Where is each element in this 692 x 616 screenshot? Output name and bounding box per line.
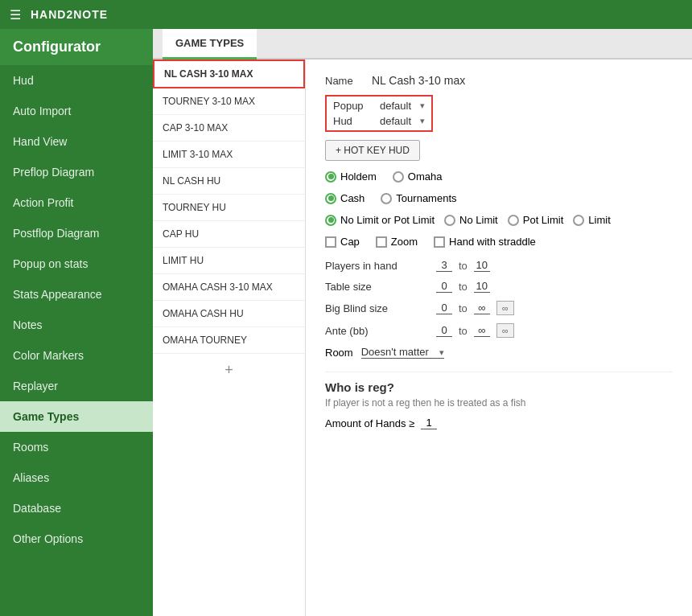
sidebar-item-other-options[interactable]: Other Options bbox=[0, 524, 153, 554]
hand-with-straddle-box bbox=[434, 236, 445, 248]
hud-dropdown-wrap: default bbox=[380, 115, 425, 127]
sidebar-item-replayer[interactable]: Replayer bbox=[0, 371, 153, 401]
popup-dropdown[interactable]: default bbox=[380, 100, 425, 112]
cash-radio[interactable]: Cash bbox=[325, 192, 365, 204]
hud-dropdown[interactable]: default bbox=[380, 115, 425, 127]
hot-key-hud-button[interactable]: + HOT KEY HUD bbox=[325, 140, 420, 161]
big-blind-size-row: Big Blind size 0 to ∞ ∞ bbox=[325, 301, 673, 315]
game-type-radio-group: Holdem Omaha bbox=[325, 170, 673, 183]
game-list-item-omaha-cash-hu[interactable]: OMAHA CASH HU bbox=[153, 301, 305, 327]
game-list-item-limit-hu[interactable]: LIMIT HU bbox=[153, 248, 305, 274]
room-dropdown[interactable]: Doesn't matter bbox=[361, 346, 444, 359]
holdem-radio[interactable]: Holdem bbox=[325, 170, 377, 183]
sidebar-item-game-types[interactable]: Game Types bbox=[0, 401, 153, 432]
no-limit-or-pot-limit-radio[interactable]: No Limit or Pot Limit bbox=[325, 214, 435, 226]
limit-radio[interactable]: Limit bbox=[573, 214, 610, 226]
big-blind-size-from[interactable]: 0 bbox=[436, 302, 452, 314]
sidebar-item-color-markers[interactable]: Color Markers bbox=[0, 340, 153, 371]
game-list-item-tourney-hu[interactable]: TOURNEY HU bbox=[153, 195, 305, 221]
pot-limit-radio[interactable]: Pot Limit bbox=[508, 214, 564, 226]
zoom-label: Zoom bbox=[391, 236, 418, 248]
table-size-to[interactable]: 10 bbox=[474, 280, 490, 293]
big-blind-size-label: Big Blind size bbox=[325, 302, 430, 314]
who-is-reg-subtitle: If player is not a reg then he is treate… bbox=[325, 397, 673, 409]
no-limit-radio[interactable]: No Limit bbox=[444, 214, 498, 226]
sidebar-item-hud[interactable]: Hud bbox=[0, 65, 153, 96]
cash-radio-circle bbox=[325, 193, 336, 204]
pot-limit-label: Pot Limit bbox=[523, 214, 564, 226]
who-is-reg-title: Who is reg? bbox=[325, 380, 673, 394]
game-list-item-omaha-cash-3-10[interactable]: OMAHA CASH 3-10 MAX bbox=[153, 274, 305, 301]
name-label: Name bbox=[325, 75, 365, 87]
game-list-item-nl-cash-hu[interactable]: NL CASH HU bbox=[153, 168, 305, 195]
sidebar-item-aliases[interactable]: Aliases bbox=[0, 462, 153, 493]
amount-hands-row: Amount of Hands ≥ 1 bbox=[325, 417, 673, 429]
sidebar-item-postflop-diagram[interactable]: Postflop Diagram bbox=[0, 218, 153, 248]
popup-hud-box: Popup default Hud default bbox=[325, 95, 433, 132]
omaha-radio[interactable]: Omaha bbox=[393, 170, 443, 183]
omaha-label: Omaha bbox=[408, 170, 443, 183]
game-list-item-cap-hu[interactable]: CAP HU bbox=[153, 221, 305, 248]
room-row: Room Doesn't matter bbox=[325, 346, 673, 359]
zoom-checkbox-box bbox=[376, 236, 387, 248]
add-game-type-button[interactable]: + bbox=[153, 354, 305, 387]
holdem-radio-circle bbox=[325, 171, 336, 183]
sidebar-item-stats-appearance[interactable]: Stats Appearance bbox=[0, 279, 153, 310]
tournaments-label: Tournaments bbox=[396, 192, 456, 204]
players-in-hand-from[interactable]: 3 bbox=[436, 259, 452, 272]
ante-row: Ante (bb) 0 to ∞ ∞ bbox=[325, 323, 673, 338]
cap-checkbox[interactable]: Cap bbox=[325, 236, 360, 248]
tournaments-radio-circle bbox=[381, 193, 392, 204]
game-list-item-cap-3-10[interactable]: CAP 3-10 MAX bbox=[153, 115, 305, 142]
big-blind-infinity-button[interactable]: ∞ bbox=[496, 301, 514, 315]
game-list-item-tourney-3-10[interactable]: TOURNEY 3-10 MAX bbox=[153, 88, 305, 115]
players-in-hand-to-label: to bbox=[459, 260, 468, 272]
hamburger-icon[interactable]: ☰ bbox=[10, 7, 21, 23]
holdem-label: Holdem bbox=[340, 170, 377, 183]
ante-infinity-button[interactable]: ∞ bbox=[496, 323, 514, 338]
zoom-checkbox[interactable]: Zoom bbox=[376, 236, 418, 248]
amount-hands-label: Amount of Hands ≥ bbox=[325, 417, 414, 429]
cap-checkbox-box bbox=[325, 236, 336, 248]
sidebar-item-rooms[interactable]: Rooms bbox=[0, 432, 153, 462]
sidebar-item-database[interactable]: Database bbox=[0, 493, 153, 524]
game-list-item-omaha-tourney[interactable]: OMAHA TOURNEY bbox=[153, 327, 305, 354]
ante-from[interactable]: 0 bbox=[436, 324, 452, 337]
game-list: NL CASH 3-10 MAXTOURNEY 3-10 MAXCAP 3-10… bbox=[153, 60, 306, 616]
tab-bar: GAME TYPES bbox=[153, 29, 692, 60]
name-value: NL Cash 3-10 max bbox=[372, 74, 465, 87]
config-panel: Name NL Cash 3-10 max Popup default bbox=[306, 60, 692, 616]
popup-row: Popup default bbox=[333, 100, 425, 112]
no-limit-or-pot-limit-circle bbox=[325, 215, 336, 226]
tournaments-radio[interactable]: Tournaments bbox=[381, 192, 456, 204]
no-limit-or-pot-limit-label: No Limit or Pot Limit bbox=[340, 214, 435, 226]
divider bbox=[325, 372, 673, 372]
popup-label: Popup bbox=[333, 100, 373, 112]
game-list-item-limit-3-10[interactable]: LIMIT 3-10 MAX bbox=[153, 142, 305, 168]
sidebar-item-preflop-diagram[interactable]: Preflop Diagram bbox=[0, 157, 153, 187]
limit-radio-group: No Limit or Pot Limit No Limit Pot Limit… bbox=[325, 214, 673, 226]
sidebar-item-notes[interactable]: Notes bbox=[0, 310, 153, 340]
sidebar-items: HudAuto ImportHand ViewPreflop DiagramAc… bbox=[0, 65, 153, 554]
ante-to[interactable]: ∞ bbox=[474, 324, 490, 337]
game-list-item-nl-cash-3-10[interactable]: NL CASH 3-10 MAX bbox=[153, 60, 305, 88]
cash-label: Cash bbox=[340, 192, 365, 204]
hud-label: Hud bbox=[333, 115, 373, 127]
tab-game-types[interactable]: GAME TYPES bbox=[163, 29, 257, 60]
pot-limit-circle bbox=[508, 215, 519, 226]
sidebar-item-hand-view[interactable]: Hand View bbox=[0, 126, 153, 157]
room-dropdown-wrap: Doesn't matter bbox=[361, 346, 444, 359]
sidebar-item-auto-import[interactable]: Auto Import bbox=[0, 96, 153, 126]
checkbox-group: Cap Zoom Hand with straddle bbox=[325, 236, 673, 248]
money-type-radio-group: Cash Tournaments bbox=[325, 192, 673, 204]
big-blind-size-to[interactable]: ∞ bbox=[474, 302, 490, 314]
amount-hands-value[interactable]: 1 bbox=[421, 417, 437, 429]
players-in-hand-to[interactable]: 10 bbox=[474, 259, 490, 272]
table-size-from[interactable]: 0 bbox=[436, 280, 452, 293]
table-size-to-label: to bbox=[459, 281, 468, 293]
who-is-reg-section: Who is reg? If player is not a reg then … bbox=[325, 380, 673, 429]
sidebar-item-action-profit[interactable]: Action Profit bbox=[0, 187, 153, 218]
hand-with-straddle-checkbox[interactable]: Hand with straddle bbox=[434, 236, 536, 248]
sidebar-item-popup-on-stats[interactable]: Popup on stats bbox=[0, 248, 153, 279]
hand-with-straddle-label: Hand with straddle bbox=[449, 236, 536, 248]
